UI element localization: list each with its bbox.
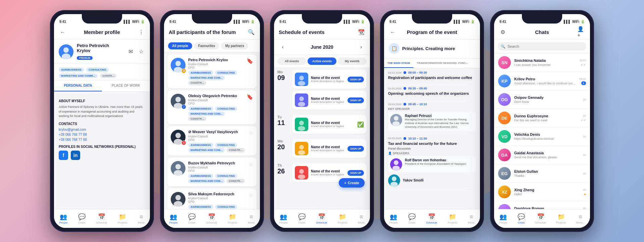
nav-people[interactable]: 👥 People xyxy=(279,213,288,224)
filter-my-events[interactable]: My events xyxy=(338,57,367,65)
participant-item[interactable]: ★ Petro Petrovich Krylov Krylov-Consult … xyxy=(167,54,257,88)
nav-projects[interactable]: 📁 Projects xyxy=(118,213,127,224)
bookmark-icon[interactable]: 🔖 xyxy=(247,58,253,64)
search-input[interactable] xyxy=(498,42,586,50)
nav-people[interactable]: 👥 People xyxy=(499,213,507,224)
chat-item[interactable]: EG Elston Gullan Thanks 1h xyxy=(494,164,590,183)
speaker-role: President of the European Association of… xyxy=(405,162,466,166)
svg-point-41 xyxy=(390,182,398,187)
more-options-icon[interactable]: ⋮ xyxy=(137,28,145,36)
chat-item[interactable]: DR Davidova Roman img_123.jpg 1h ✓✓ xyxy=(494,201,590,209)
participant-item[interactable]: ✕ ⊘ Weaver Vasyl Vasyliovych Krylov-Cons… xyxy=(167,126,257,156)
filter-my-partners[interactable]: My partners xyxy=(221,42,248,49)
nav-people[interactable]: 👥 People xyxy=(389,213,398,224)
back-button[interactable]: ← xyxy=(59,28,67,36)
schedule-icon: 📅 xyxy=(98,213,105,220)
facebook-icon[interactable]: f xyxy=(59,151,68,160)
bookmark-empty-icon[interactable]: ☆ xyxy=(249,130,253,136)
prev-month-button[interactable]: ‹ xyxy=(279,43,287,51)
event-thumb xyxy=(295,93,308,107)
nav-chats[interactable]: 💬 Chats xyxy=(298,213,306,224)
chat-item[interactable]: DE Dunno Euphrosyne For this we need to … xyxy=(494,109,590,127)
read-check: ✓✓ xyxy=(581,118,586,122)
sign-up-button[interactable]: SIGN UP xyxy=(347,170,364,176)
create-fab-button[interactable]: + Create xyxy=(339,178,365,188)
event-info: Name of the event A brief description or… xyxy=(311,76,345,83)
event-card[interactable]: Name of the event A brief description or… xyxy=(292,115,367,134)
bookmark-icon[interactable]: ☆ xyxy=(137,48,145,56)
nav-menu[interactable]: ≡ Menu xyxy=(358,213,365,224)
event-card[interactable]: Name of the event A brief description or… xyxy=(292,70,367,89)
bookmark-empty-icon[interactable]: ☆ xyxy=(249,192,253,198)
svg-point-32 xyxy=(298,174,305,179)
linkedin-icon[interactable]: in xyxy=(71,151,80,160)
next-month-button[interactable]: › xyxy=(357,43,365,51)
contact-phone-2[interactable]: +38 066 768 77 88 xyxy=(59,138,145,142)
filter-all-events[interactable]: All events xyxy=(277,57,306,65)
chat-item[interactable]: OG Osipov Gennady Don't know 1h xyxy=(494,90,590,109)
bookmark-icon[interactable]: 🔖 xyxy=(247,94,253,100)
nav-projects[interactable]: 📁 Projects xyxy=(338,213,347,224)
participant-item[interactable]: ✓ Oleksiy Olegovich Petrenko Krylov-Cons… xyxy=(167,90,257,124)
back-button[interactable]: ← xyxy=(389,28,397,36)
filter-all-people[interactable]: All people xyxy=(168,42,192,49)
prog-date: 03.03.2020 xyxy=(388,71,401,74)
tab-place-work[interactable]: PLACE OF WORK xyxy=(102,80,150,91)
svg-point-35 xyxy=(392,121,400,126)
chat-info: Velichka Denis https://levelupukraine.co… xyxy=(514,132,580,140)
event-thumb xyxy=(295,73,308,86)
participant-item[interactable]: Buzov Mykhailo Petrovych Krylov-Consult … xyxy=(167,158,257,187)
nav-menu[interactable]: ≡ Menu xyxy=(248,213,255,224)
stage-transform-tab[interactable]: TRANSFORMATION SESSIONS: FUNC... xyxy=(414,59,471,68)
day-events: Name of the event A brief description or… xyxy=(292,115,367,136)
event-card[interactable]: Name of the event A brief description or… xyxy=(292,91,367,110)
nav-chats[interactable]: 💬 Chats xyxy=(408,213,416,224)
contact-phone-1[interactable]: +38 066 768 77 88 xyxy=(59,133,145,136)
new-chat-icon[interactable]: 👤+ xyxy=(577,28,585,36)
nav-schedule[interactable]: 📅 Schedule xyxy=(426,213,437,224)
stage-main-tab[interactable]: THE MAIN STAGE xyxy=(384,59,414,68)
chat-item[interactable]: GA Gaidai Anastasia Send me that documen… xyxy=(494,146,590,164)
nav-people[interactable]: 👥 People xyxy=(59,213,68,224)
nav-menu[interactable]: ≡ Menu xyxy=(138,213,145,224)
calendar-icon[interactable]: 📆 xyxy=(357,28,365,36)
signal-icon: ▌▌▌ xyxy=(454,20,461,24)
contact-email[interactable]: krylov@gmail.com xyxy=(59,128,145,131)
nav-schedule[interactable]: 📅 Schedule xyxy=(206,213,217,224)
event-card[interactable]: Name of the event A brief description or… xyxy=(292,139,367,158)
chat-item[interactable]: VD Velichka Denis https://levelupukraine… xyxy=(494,127,590,146)
sign-up-button[interactable]: SIGN UP xyxy=(347,146,364,152)
filter-icon[interactable]: ⚙ xyxy=(499,28,507,36)
nav-projects[interactable]: 📁 Projects xyxy=(448,213,458,224)
menu-icon: ≡ xyxy=(250,213,253,220)
nav-chats[interactable]: 💬 Chats xyxy=(188,213,196,224)
search-icon[interactable]: 🔍 xyxy=(247,28,255,36)
nav-chats[interactable]: 💬 Chats xyxy=(78,213,86,224)
wifi-icon: WiFi xyxy=(352,20,359,24)
nav-projects[interactable]: 📁 Projects xyxy=(228,213,237,224)
nav-schedule[interactable]: 📅 Schedule xyxy=(316,213,327,224)
participant-info: ⊘ Weaver Vasyl Vasyliovych Krylov-Consul… xyxy=(188,130,246,152)
sign-up-button[interactable]: SIGN UP xyxy=(347,77,364,82)
chat-item[interactable]: KP Krilov Petro Good afternoon. I would … xyxy=(494,72,590,90)
chat-item[interactable]: SN Sinichkina Natalia I can answer you t… xyxy=(494,53,590,72)
sign-up-button[interactable]: SIGN UP xyxy=(347,97,364,103)
participant-item[interactable]: Sliva Maksym Fedorovych Krylov-Consult C… xyxy=(167,189,257,209)
prog-date: 03.03.2020 xyxy=(388,137,401,140)
about-title: ABOUT MYSELF xyxy=(59,99,145,103)
bookmark-empty-icon[interactable]: ☆ xyxy=(249,161,253,167)
nav-chats[interactable]: 💬 Chats xyxy=(518,213,525,224)
nav-menu[interactable]: ≡ Menu xyxy=(468,213,475,224)
phone-schedule: 9:41 ▌▌▌ WiFi 🔋 Schedule of events 📆 ‹ J… xyxy=(270,10,374,232)
nav-projects[interactable]: 📁 Projects xyxy=(556,213,566,224)
nav-schedule[interactable]: 📅 Schedule xyxy=(535,213,546,224)
message-icon[interactable]: ✉ xyxy=(126,48,135,56)
filter-active-events[interactable]: Active events xyxy=(308,57,336,65)
filter-favourites[interactable]: Favourites xyxy=(194,42,219,49)
nav-schedule[interactable]: 📅 Schedule xyxy=(96,213,107,224)
participant-role: CFO xyxy=(188,169,246,172)
nav-people[interactable]: 👥 People xyxy=(169,213,178,224)
chat-item[interactable]: XZ Xing Zheng Hello! 1h ● xyxy=(494,183,590,201)
nav-menu[interactable]: ≡ Menu... xyxy=(576,213,585,224)
tab-personal-data[interactable]: PERSONAL DATA xyxy=(54,80,102,91)
